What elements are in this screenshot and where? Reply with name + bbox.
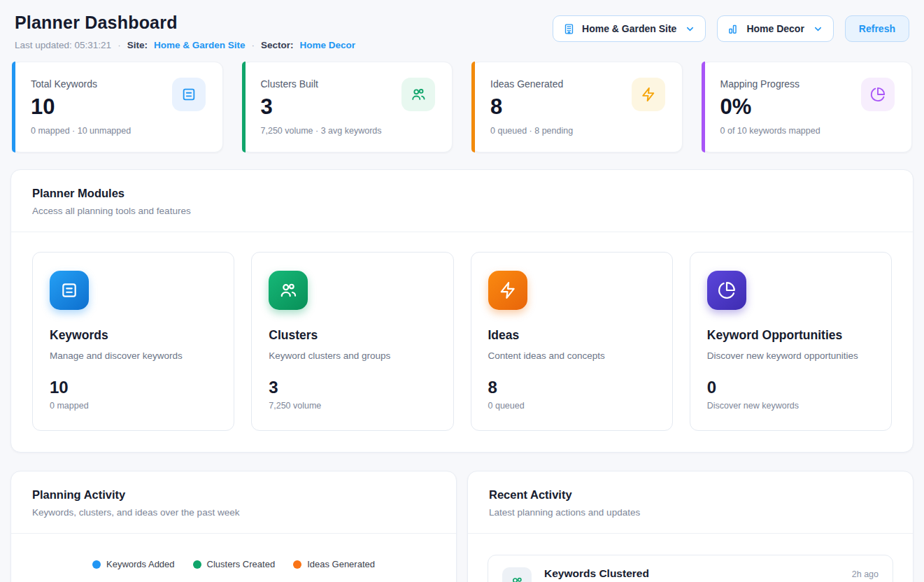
chevron-down-icon [685, 24, 695, 34]
activity-item-content: Keywords Clustered 2h ago 3 new clusters… [544, 567, 879, 582]
module-card-clusters[interactable]: Clusters Keyword clusters and groups 3 7… [251, 252, 453, 431]
recent-activity-header: Recent Activity Latest planning actions … [468, 471, 913, 533]
site-link[interactable]: Home & Garden Site [154, 40, 246, 50]
chevron-down-icon [813, 24, 823, 34]
recent-activity-card: Recent Activity Latest planning actions … [467, 471, 914, 582]
module-card-ideas[interactable]: Ideas Content ideas and concepts 8 0 que… [471, 252, 673, 431]
module-title: Clusters [269, 328, 436, 343]
sector-link[interactable]: Home Decor [299, 40, 355, 50]
document-icon [172, 78, 206, 111]
separator-dot: · [251, 40, 255, 50]
activity-item-title: Keywords Clustered [544, 567, 649, 580]
stat-card-mapping-progress: Mapping Progress 0% 0 of 10 keywords map… [702, 62, 913, 152]
stat-subtitle: 0 of 10 keywords mapped [720, 126, 895, 136]
module-subtitle: 7,250 volume [269, 401, 436, 411]
stat-subtitle: 0 queued · 8 pending [490, 126, 665, 136]
area-chart: 25 25 24 [28, 574, 439, 582]
stat-card-ideas-generated: Ideas Generated 8 0 queued · 8 pending [471, 62, 683, 152]
lightning-icon [488, 271, 527, 310]
stat-subtitle: 7,250 volume · 3 avg keywords [261, 126, 436, 136]
module-subtitle: 0 queued [488, 401, 655, 411]
users-icon [269, 271, 308, 310]
planner-modules-section: Planner Modules Access all planning tool… [10, 169, 914, 453]
last-updated-text: Last updated: 05:31:21 [15, 40, 111, 50]
pie-chart-icon [861, 78, 895, 111]
bar-chart-icon [727, 23, 739, 35]
building-icon [563, 23, 575, 35]
module-card-keyword-opportunities[interactable]: Keyword Opportunities Discover new keywo… [690, 252, 892, 431]
header-left: Planner Dashboard Last updated: 05:31:21… [15, 13, 355, 50]
module-description: Manage and discover keywords [50, 350, 217, 361]
legend-label: Ideas Generated [307, 559, 375, 569]
page-header: Planner Dashboard Last updated: 05:31:21… [10, 13, 914, 50]
modules-section-header: Planner Modules Access all planning tool… [11, 170, 913, 232]
legend-item-clusters-created: Clusters Created [193, 559, 276, 569]
module-title: Keywords [50, 328, 217, 343]
toolbar: Home & Garden Site Home Decor Refresh [553, 15, 909, 42]
module-title: Keyword Opportunities [707, 328, 874, 343]
page-title: Planner Dashboard [15, 13, 355, 33]
module-value: 8 [488, 378, 655, 397]
module-value: 3 [269, 378, 436, 397]
document-icon [50, 271, 89, 310]
bottom-row: Planning Activity Keywords, clusters, an… [10, 471, 914, 582]
module-description: Keyword clusters and groups [269, 350, 436, 361]
site-label: Site: [127, 40, 148, 50]
planning-activity-header: Planning Activity Keywords, clusters, an… [11, 471, 456, 533]
activity-list: Keywords Clustered 2h ago 3 new clusters… [468, 534, 913, 582]
planning-activity-card: Planning Activity Keywords, clusters, an… [10, 471, 457, 582]
section-subtitle: Keywords, clusters, and ideas over the p… [32, 507, 435, 518]
activity-item-time: 2h ago [852, 569, 879, 579]
lightning-icon [632, 78, 665, 111]
chart-legend: Keywords Added Clusters Created Ideas Ge… [28, 559, 439, 569]
section-subtitle: Access all planning tools and features [32, 206, 892, 216]
module-subtitle: 0 mapped [50, 401, 217, 411]
stat-subtitle: 0 mapped · 10 unmapped [31, 126, 206, 136]
legend-item-keywords-added: Keywords Added [92, 559, 175, 569]
module-value: 10 [50, 378, 217, 397]
activity-list-item: Keywords Clustered 2h ago 3 new clusters… [488, 555, 893, 582]
section-subtitle: Latest planning actions and updates [489, 507, 892, 518]
legend-dot-icon [293, 560, 301, 569]
legend-label: Clusters Created [207, 559, 276, 569]
pie-chart-icon [707, 271, 746, 310]
modules-grid: Keywords Manage and discover keywords 10… [11, 232, 913, 452]
users-icon [502, 567, 532, 582]
sector-selector-value: Home Decor [746, 23, 804, 34]
site-selector-dropdown[interactable]: Home & Garden Site [553, 15, 706, 42]
stat-card-clusters-built: Clusters Built 3 7,250 volume · 3 avg ke… [242, 62, 453, 152]
module-subtitle: Discover new keywords [707, 401, 874, 411]
module-description: Content ideas and concepts [488, 350, 655, 361]
separator-dot: · [118, 40, 121, 50]
header-meta: Last updated: 05:31:21 · Site: Home & Ga… [15, 40, 355, 50]
module-description: Discover new keyword opportunities [707, 350, 874, 361]
stat-card-total-keywords: Total Keywords 10 0 mapped · 10 unmapped [12, 62, 223, 152]
legend-dot-icon [92, 560, 101, 569]
sector-selector-dropdown[interactable]: Home Decor [717, 15, 833, 42]
refresh-button[interactable]: Refresh [845, 15, 909, 42]
planner-dashboard-page: Planner Dashboard Last updated: 05:31:21… [0, 0, 924, 582]
site-selector-value: Home & Garden Site [582, 23, 676, 34]
module-value: 0 [707, 378, 874, 397]
stats-row: Total Keywords 10 0 mapped · 10 unmapped… [10, 62, 914, 152]
module-card-keywords[interactable]: Keywords Manage and discover keywords 10… [32, 252, 234, 431]
section-title: Recent Activity [489, 488, 892, 502]
sector-label: Sector: [261, 40, 294, 50]
legend-dot-icon [193, 560, 201, 569]
section-title: Planning Activity [32, 488, 435, 502]
activity-chart: Keywords Added Clusters Created Ideas Ge… [11, 534, 456, 582]
module-title: Ideas [488, 328, 655, 343]
users-icon [401, 78, 435, 111]
legend-label: Keywords Added [106, 559, 175, 569]
legend-item-ideas-generated: Ideas Generated [293, 559, 375, 569]
section-title: Planner Modules [32, 187, 892, 200]
